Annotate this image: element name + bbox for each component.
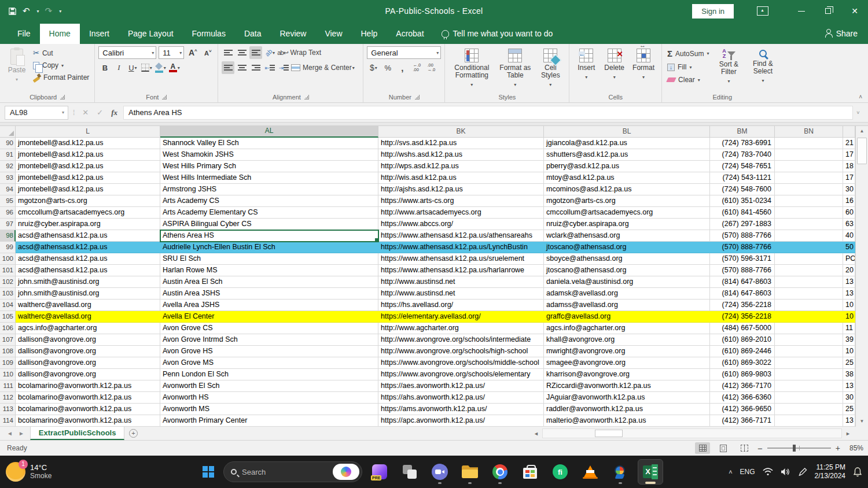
cell[interactable]: kharrison@avongrove.org bbox=[544, 369, 710, 380]
cell[interactable]: nruiz@cyber.aspirapa.org bbox=[544, 219, 710, 230]
cell[interactable]: ASPIRA Bilingual Cyber CS bbox=[160, 219, 378, 230]
zoom-level[interactable]: 85% bbox=[845, 444, 863, 452]
decrease-decimal-button[interactable]: .00→.0 bbox=[425, 61, 437, 74]
cell[interactable]: https://www.avongrove.org/schools/middle… bbox=[378, 357, 544, 369]
cell[interactable]: http://wshs.asd.k12.pa.us bbox=[378, 149, 544, 161]
scroll-up-icon[interactable]: ▲ bbox=[856, 126, 868, 136]
cell[interactable] bbox=[775, 300, 843, 311]
wrap-text-button[interactable]: ab↩ Wrap Text bbox=[277, 46, 327, 59]
undo-button[interactable]: ↶ bbox=[23, 6, 30, 16]
cell[interactable]: (412) 366-6360 bbox=[710, 392, 775, 404]
cell[interactable]: (610) 841-4560 bbox=[710, 207, 775, 219]
save-icon[interactable] bbox=[8, 7, 17, 16]
tab-data[interactable]: Data bbox=[235, 24, 271, 44]
cell[interactable] bbox=[775, 311, 843, 323]
cell[interactable]: 17 bbox=[843, 172, 855, 184]
cell[interactable]: http://www.avongrove.org/schools/interme… bbox=[378, 334, 544, 346]
cell[interactable] bbox=[775, 138, 843, 149]
copilot-icon[interactable] bbox=[333, 464, 359, 480]
weather-widget[interactable]: 1 14°C Smoke bbox=[6, 456, 52, 488]
cell[interactable]: Avonworth El Sch bbox=[160, 380, 378, 392]
row-header-100[interactable]: 100 bbox=[0, 253, 16, 265]
cell[interactable]: (570) 888-7766 bbox=[710, 242, 775, 253]
task-view-button[interactable] bbox=[397, 459, 422, 485]
format-as-table-button[interactable]: Format as Table▾ bbox=[496, 46, 534, 90]
confirm-entry-icon[interactable]: ✓ bbox=[97, 108, 103, 117]
cell[interactable]: https://www.athensasd.k12.pa.us/srueleme… bbox=[378, 253, 544, 265]
cell[interactable]: acsd@athensasd.k12.pa.us bbox=[16, 230, 160, 242]
cell[interactable]: waltherc@avellasd.org bbox=[16, 311, 160, 323]
cell[interactable]: (610) 869-3022 bbox=[710, 357, 775, 369]
row-header-103[interactable]: 103 bbox=[0, 288, 16, 300]
tell-me-box[interactable]: Tell me what you want to do bbox=[433, 24, 561, 44]
row-header-96[interactable]: 96 bbox=[0, 207, 16, 219]
tab-review[interactable]: Review bbox=[271, 24, 316, 44]
taskbar-app-bluestacks[interactable] bbox=[608, 459, 633, 485]
increase-indent-button[interactable]: ⇥ bbox=[277, 61, 290, 74]
font-color-button[interactable]: A▾ bbox=[168, 61, 181, 74]
cell[interactable]: http://svs.asd.k12.pa.us bbox=[378, 138, 544, 149]
scroll-right-icon[interactable]: ► bbox=[842, 431, 854, 437]
cell[interactable]: jmontebell@asd.k12.pa.us bbox=[16, 149, 160, 161]
cell[interactable]: jmontebell@asd.k12.pa.us bbox=[16, 161, 160, 172]
cell[interactable]: (610) 869-2010 bbox=[710, 334, 775, 346]
cell[interactable]: (814) 647-8603 bbox=[710, 288, 775, 300]
cell[interactable]: https://ams.avonworth.k12.pa.us/ bbox=[378, 404, 544, 415]
cell[interactable] bbox=[775, 404, 843, 415]
tab-insert[interactable]: Insert bbox=[80, 24, 119, 44]
cell[interactable]: dallison@avongrove.org bbox=[16, 346, 160, 357]
number-dialog-launcher-icon[interactable] bbox=[415, 95, 420, 99]
clipboard-dialog-launcher-icon[interactable] bbox=[60, 95, 65, 99]
cell[interactable]: Arts Academy CS bbox=[160, 195, 378, 207]
cell[interactable]: cmccollum@artsacademyecs.org bbox=[544, 207, 710, 219]
cell[interactable] bbox=[775, 276, 843, 288]
tab-home[interactable]: Home bbox=[40, 24, 80, 44]
cell[interactable]: mtoy@asd.k12.pa.us bbox=[544, 172, 710, 184]
cell[interactable]: (267) 297-1883 bbox=[710, 219, 775, 230]
zoom-slider-thumb[interactable] bbox=[793, 445, 796, 452]
cell[interactable]: acsd@athensasd.k12.pa.us bbox=[16, 253, 160, 265]
cell[interactable]: jtoscano@athensasd.org bbox=[544, 242, 710, 253]
row-header-95[interactable]: 95 bbox=[0, 195, 16, 207]
row-header-104[interactable]: 104 bbox=[0, 300, 16, 311]
page-break-view-button[interactable] bbox=[737, 442, 752, 454]
fill-button[interactable]: ↓Fill▾ bbox=[665, 62, 711, 72]
cell[interactable]: (724) 548-7651 bbox=[710, 161, 775, 172]
autosum-button[interactable]: ΣAutoSum▾ bbox=[665, 47, 711, 60]
font-size-combo[interactable]: 11▾ bbox=[159, 46, 184, 59]
cell[interactable]: 25 bbox=[843, 357, 855, 369]
bottom-align-button[interactable] bbox=[249, 46, 262, 59]
cell[interactable] bbox=[775, 288, 843, 300]
cell[interactable]: mwright@avongrove.org bbox=[544, 346, 710, 357]
cell[interactable]: mcominos@asd.k12.pa.us bbox=[544, 184, 710, 195]
cell[interactable] bbox=[775, 242, 843, 253]
cell[interactable]: agcs.info@agcharter.org bbox=[16, 323, 160, 334]
increase-decimal-button[interactable]: ←.0.00 bbox=[410, 61, 423, 74]
cell[interactable]: https://ahs.avonworth.k12.pa.us/ bbox=[378, 392, 544, 404]
cell[interactable]: john.smith@austinisd.org bbox=[16, 288, 160, 300]
taskbar-app-chat[interactable] bbox=[427, 459, 453, 485]
cell[interactable]: 10 bbox=[843, 346, 855, 357]
cell[interactable]: West Shamokin JSHS bbox=[160, 149, 378, 161]
language-indicator[interactable]: ENG bbox=[740, 468, 755, 476]
tab-file[interactable]: File bbox=[8, 24, 40, 44]
cell[interactable]: adamss@avellasd.org bbox=[544, 300, 710, 311]
row-header-98[interactable]: 98 bbox=[0, 230, 16, 242]
cell[interactable]: (570) 888-7766 bbox=[710, 265, 775, 276]
cell[interactable]: adamsk@avellasd.org bbox=[544, 288, 710, 300]
cell[interactable]: raddler@avonworth.k12.pa.us bbox=[544, 404, 710, 415]
cell[interactable]: https://aes.avonworth.k12.pa.us/ bbox=[378, 380, 544, 392]
column-header-AL[interactable]: AL bbox=[160, 126, 378, 138]
cell[interactable]: https://www.arts-cs.org bbox=[378, 195, 544, 207]
middle-align-button[interactable] bbox=[236, 46, 248, 59]
cell[interactable]: mgotzon@arts-cs.org bbox=[16, 195, 160, 207]
cell[interactable]: Avonworth Primary Center bbox=[160, 415, 378, 427]
cell[interactable]: acsd@athensasd.k12.pa.us bbox=[16, 242, 160, 253]
cell[interactable]: sboyce@athensasd.org bbox=[544, 253, 710, 265]
cell[interactable]: jtoscano@athensasd.org bbox=[544, 265, 710, 276]
orientation-button[interactable]: ab▾ bbox=[263, 46, 276, 59]
alignment-dialog-launcher-icon[interactable] bbox=[304, 95, 309, 99]
cell[interactable]: Armstrong JSHS bbox=[160, 184, 378, 195]
cell[interactable]: agcs.info@agcharter.org bbox=[544, 323, 710, 334]
cell[interactable]: (570) 888-7766 bbox=[710, 230, 775, 242]
